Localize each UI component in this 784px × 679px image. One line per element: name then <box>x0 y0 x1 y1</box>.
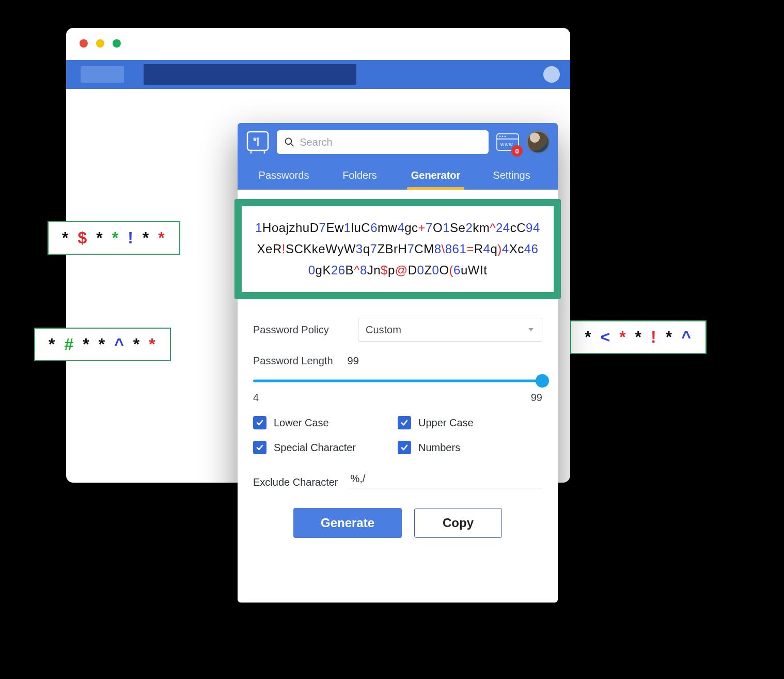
svg-point-11 <box>505 136 506 137</box>
browser-toolbar <box>66 60 570 89</box>
slider-min: 4 <box>253 392 259 404</box>
slider-max: 99 <box>531 392 542 404</box>
checkbox-checked-icon <box>398 441 411 454</box>
svg-marker-12 <box>528 328 534 331</box>
length-value: 99 <box>348 355 359 367</box>
window-controls <box>80 39 121 48</box>
minimize-window-dot[interactable] <box>96 39 104 48</box>
svg-point-9 <box>499 136 501 137</box>
browser-profile-avatar[interactable] <box>543 66 560 83</box>
upper-case-checkbox[interactable]: Upper Case <box>398 416 542 429</box>
numbers-label: Numbers <box>418 442 460 454</box>
generate-button[interactable]: Generate <box>293 508 402 538</box>
slider-track <box>253 380 542 382</box>
browser-address-bar[interactable] <box>144 64 356 85</box>
password-manager-panel: *| www 0 PasswordsFoldersGener <box>238 123 558 603</box>
tab-generator[interactable]: Generator <box>398 163 474 190</box>
browser-back-button[interactable] <box>81 66 124 83</box>
numbers-checkbox[interactable]: Numbers <box>398 441 542 454</box>
close-window-dot[interactable] <box>80 39 88 48</box>
chevron-down-icon <box>527 326 535 333</box>
decor-badge-c: *<**!*^ <box>570 320 707 354</box>
lower-case-checkbox[interactable]: Lower Case <box>253 416 398 429</box>
policy-select-value: Custom <box>366 324 401 336</box>
exclude-input[interactable] <box>350 470 542 488</box>
user-avatar[interactable] <box>527 131 550 153</box>
decor-badge-a: *$**!** <box>48 221 180 255</box>
svg-point-10 <box>502 136 504 137</box>
search-field[interactable] <box>277 130 489 154</box>
search-input[interactable] <box>300 136 481 148</box>
svg-line-5 <box>291 144 293 146</box>
checkbox-checked-icon <box>253 416 266 429</box>
notification-badge: 0 <box>511 145 523 157</box>
length-slider[interactable] <box>253 374 542 388</box>
svg-text:*|: *| <box>253 136 259 146</box>
length-label: Password Length <box>253 355 333 367</box>
vault-icon: *| <box>246 130 270 154</box>
special-char-checkbox[interactable]: Special Character <box>253 441 398 454</box>
maximize-window-dot[interactable] <box>113 39 121 48</box>
tab-folders[interactable]: Folders <box>322 163 398 190</box>
web-access-button[interactable]: www 0 <box>496 132 520 152</box>
search-icon <box>284 136 294 148</box>
special-char-label: Special Character <box>274 442 356 454</box>
tab-passwords[interactable]: Passwords <box>246 163 322 190</box>
generated-password-display: 1HoajzhuD7Ew1luC6mw4gc+7O1Se2km^24cC94Xe… <box>234 199 561 299</box>
upper-case-label: Upper Case <box>418 417 474 429</box>
decor-badge-b: *#**^** <box>34 328 171 361</box>
slider-thumb[interactable] <box>536 374 549 388</box>
panel-header: *| www 0 PasswordsFoldersGener <box>238 123 558 190</box>
checkbox-checked-icon <box>398 416 411 429</box>
copy-button[interactable]: Copy <box>414 508 502 538</box>
policy-label: Password Policy <box>253 324 349 336</box>
policy-select[interactable]: Custom <box>358 318 542 342</box>
exclude-label: Exclude Character <box>253 476 338 488</box>
generator-form: Password Policy Custom Password Length 9… <box>238 299 558 559</box>
lower-case-label: Lower Case <box>274 417 329 429</box>
svg-text:www: www <box>500 142 513 147</box>
tab-settings[interactable]: Settings <box>474 163 550 190</box>
panel-tabs: PasswordsFoldersGeneratorSettings <box>246 163 550 190</box>
checkbox-checked-icon <box>253 441 266 454</box>
